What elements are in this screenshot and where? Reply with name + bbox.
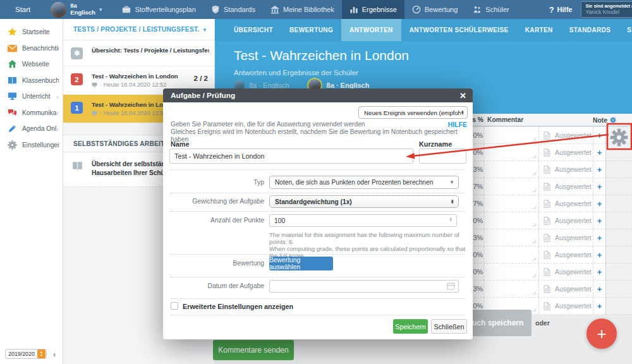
results-tab[interactable]: BEWERTUNG bbox=[281, 19, 341, 41]
add-note-button[interactable]: + bbox=[593, 127, 605, 143]
add-note-button[interactable]: + bbox=[593, 246, 605, 263]
results-tab[interactable]: ANTWORTEN bbox=[341, 19, 401, 41]
sidebar-item[interactable]: Startseite bbox=[0, 24, 63, 40]
evaluated-link[interactable]: Ausgewertet bbox=[539, 264, 593, 280]
comment-input-cell[interactable] bbox=[483, 161, 539, 178]
comment-input-cell[interactable] bbox=[483, 127, 539, 143]
advanced-settings-label[interactable]: Erweiterte Einstellungen anzeigen bbox=[183, 303, 293, 310]
add-note-button[interactable]: + bbox=[593, 161, 605, 178]
name-input[interactable] bbox=[169, 149, 413, 164]
evaluated-link[interactable]: Ausgewertet bbox=[539, 246, 593, 263]
evaluated-link[interactable]: Ausgewertet bbox=[539, 144, 593, 161]
topbar-nav-item[interactable]: Schüler bbox=[465, 0, 516, 19]
comment-input-cell[interactable] bbox=[483, 246, 539, 263]
comment-input-cell[interactable] bbox=[483, 212, 539, 229]
evaluated-link[interactable]: Ausgewertet bbox=[539, 195, 593, 212]
note-cell bbox=[606, 281, 632, 298]
comment-input-cell[interactable] bbox=[483, 195, 539, 212]
sidebar-item[interactable]: Unterricht › bbox=[0, 88, 63, 105]
note-settings-gear-icon[interactable] bbox=[610, 128, 628, 147]
results-tab[interactable]: ANTWORTEN SCHÜLERWEISE bbox=[401, 19, 517, 41]
close-icon[interactable]: ✕ bbox=[459, 92, 466, 100]
results-tab[interactable]: STANDARDS TREE bbox=[619, 19, 632, 41]
tests-panel-header-dropdown[interactable]: TESTS / PROJEKTE / LEISTUNGSFEST. ▾ bbox=[63, 19, 214, 40]
event-mode-select[interactable]: Neues Ereignis verwenden (empfohlen) ▲▼ bbox=[358, 106, 468, 119]
topbar-nav-item[interactable]: Meine Bibliothek bbox=[263, 0, 342, 19]
close-button[interactable]: Schließen bbox=[431, 319, 467, 334]
book-icon bbox=[8, 76, 17, 85]
students-icon bbox=[473, 5, 482, 14]
gear-icon bbox=[8, 140, 17, 150]
weight-select[interactable]: Standardgewichtung (1x) ▲▼ bbox=[269, 195, 459, 208]
evaluated-label: Ausgewertet bbox=[555, 217, 592, 224]
evaluated-link[interactable]: Ausgewertet bbox=[539, 161, 593, 178]
note-cell bbox=[606, 212, 632, 229]
typ-value: Noten, die sich aus Punkten oder Prozent… bbox=[275, 179, 449, 186]
calendar-icon[interactable] bbox=[447, 282, 455, 290]
evaluated-link[interactable]: Ausgewertet bbox=[539, 212, 593, 229]
results-tab[interactable]: STANDARDS bbox=[561, 19, 619, 41]
sidebar-item[interactable]: Einstellungen bbox=[0, 137, 63, 154]
resize-grip-icon bbox=[532, 171, 537, 176]
topbar-nav-item[interactable]: Standards bbox=[204, 0, 263, 19]
shortname-input[interactable] bbox=[419, 149, 466, 164]
comment-input-cell[interactable] bbox=[483, 264, 539, 280]
save-button[interactable]: Speichern bbox=[393, 319, 428, 334]
stepper-icon[interactable]: ▲▼ bbox=[449, 217, 453, 222]
school-year-selector[interactable]: 2019/2020 ▲▼ bbox=[5, 349, 47, 359]
date-input[interactable] bbox=[269, 280, 459, 293]
test-list-item[interactable]: ✱ Übersicht: Tests / Projekte / Leistung… bbox=[63, 40, 214, 66]
topbar-nav-label: Bewertung bbox=[425, 6, 458, 13]
document-check-icon bbox=[543, 234, 551, 242]
comment-input-cell[interactable] bbox=[483, 144, 539, 161]
user-account-menu[interactable]: Sie sind angemeldet als Yanick Knodel ▾ bbox=[581, 1, 632, 18]
select-assessment-button[interactable]: Bewertung auswählen bbox=[269, 257, 333, 270]
separator bbox=[171, 193, 465, 193]
topbar-nav-item[interactable]: Ergebnisse bbox=[342, 0, 404, 19]
sidebar-item[interactable]: Agenda Online › bbox=[0, 121, 63, 137]
add-fab-button[interactable]: + bbox=[586, 318, 617, 349]
book-icon bbox=[72, 161, 83, 171]
gear-icon[interactable] bbox=[610, 117, 616, 123]
evaluated-link[interactable]: Ausgewertet bbox=[539, 298, 593, 314]
stepper-icon: ▲▼ bbox=[461, 110, 465, 115]
results-tab[interactable]: ÜBERSICHT bbox=[226, 19, 281, 41]
evaluated-link[interactable]: Ausgewertet bbox=[539, 127, 593, 143]
typ-select[interactable]: Noten, die sich aus Punkten oder Prozent… bbox=[269, 176, 459, 189]
sidebar-item[interactable]: Klassenbuch bbox=[0, 73, 63, 89]
comment-input-cell[interactable] bbox=[483, 281, 539, 297]
topbar-nav-item[interactable]: Bewertung bbox=[404, 0, 466, 19]
sidebar-item[interactable]: Kommunikation › bbox=[0, 105, 63, 121]
tab-label: KARTEN bbox=[525, 27, 553, 33]
tab-label: STANDARDS TREE bbox=[627, 27, 632, 33]
add-note-button[interactable]: + bbox=[593, 144, 605, 161]
evaluated-label: Ausgewertet bbox=[555, 303, 592, 310]
add-note-button[interactable]: + bbox=[593, 281, 605, 297]
comment-input-cell[interactable] bbox=[483, 178, 539, 195]
evaluated-link[interactable]: Ausgewertet bbox=[539, 281, 593, 297]
sidebar-item[interactable]: Webseite bbox=[0, 56, 63, 73]
add-note-button[interactable]: + bbox=[593, 195, 605, 212]
evaluated-link[interactable]: Ausgewertet bbox=[539, 229, 593, 246]
add-note-button[interactable]: + bbox=[593, 264, 605, 280]
points-input[interactable] bbox=[269, 214, 457, 227]
topbar-nav-label: Stoffverteilungsplan bbox=[135, 6, 195, 13]
start-link[interactable]: Start bbox=[15, 6, 30, 13]
user-name: Yanick Knodel bbox=[585, 9, 632, 15]
collapse-sidebar-chevron[interactable]: ‹ bbox=[53, 349, 56, 359]
chevron-down-icon: ▼ bbox=[449, 179, 454, 185]
comment-input-cell[interactable] bbox=[483, 229, 539, 246]
evaluated-link[interactable]: Ausgewertet bbox=[539, 178, 593, 195]
topbar-nav-item[interactable]: Stoffverteilungsplan bbox=[114, 0, 203, 19]
add-note-button[interactable]: + bbox=[593, 178, 605, 195]
add-note-button[interactable]: + bbox=[593, 212, 605, 229]
sidebar-item[interactable]: Benachrichtigu... bbox=[0, 40, 63, 57]
add-note-button[interactable]: + bbox=[593, 298, 605, 314]
hilfe-link[interactable]: HILFE bbox=[448, 121, 467, 128]
class-selector[interactable]: 8a Englisch ▾ bbox=[51, 2, 102, 18]
add-note-button[interactable]: + bbox=[593, 229, 605, 246]
help-button[interactable]: ? Hilfe bbox=[549, 5, 573, 15]
send-comments-button[interactable]: Kommentare senden bbox=[213, 340, 294, 360]
advanced-settings-checkbox[interactable] bbox=[171, 302, 178, 310]
results-tab[interactable]: KARTEN bbox=[517, 19, 561, 41]
